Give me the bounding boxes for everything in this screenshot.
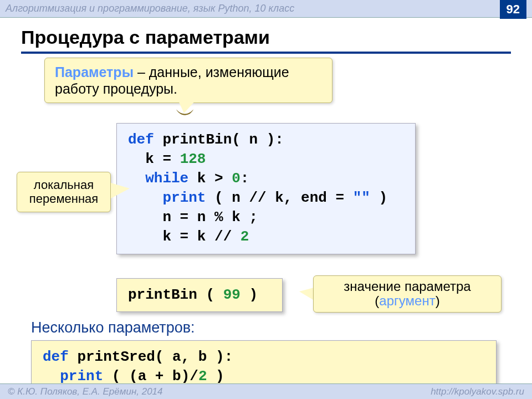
kw-def: def xyxy=(128,131,154,148)
callout-local-var: локальная переменная xyxy=(17,172,111,212)
callout-parameters: Параметры – данные, изменяющие работу пр… xyxy=(44,58,332,103)
code-text xyxy=(128,190,162,206)
slide-footer: © К.Ю. Поляков, Е.А. Ерёмин, 2014 http:/… xyxy=(0,383,532,399)
code-text: printBin ( xyxy=(128,287,223,303)
heading-underline xyxy=(21,52,511,54)
code-call: printBin ( 99 ) xyxy=(116,278,283,312)
code-text: ( (a + b)/ xyxy=(103,368,198,385)
code-text: ( n // k, end = xyxy=(206,190,352,206)
page-number: 92 xyxy=(500,0,526,19)
parameters-brace-icon: ︶ xyxy=(162,109,206,122)
sub-heading: Несколько параметров: xyxy=(31,319,195,336)
num-literal: 2 xyxy=(241,228,249,245)
footer-left: © К.Ю. Поляков, Е.А. Ерёмин, 2014 xyxy=(8,386,163,397)
code-text: k = k // xyxy=(128,228,241,245)
callout-local-var-tail xyxy=(111,183,130,198)
num-literal: 99 xyxy=(223,287,241,303)
kw-print: print xyxy=(162,190,206,206)
callout-argument-close: ) xyxy=(436,293,440,308)
kw-def: def xyxy=(43,349,69,365)
code-text: printBin( n ): xyxy=(154,131,284,148)
num-literal: 128 xyxy=(180,151,206,167)
code-text: ) xyxy=(207,368,224,385)
callout-argument-line1: значение параметра xyxy=(344,279,470,294)
code-text: printSred( a, b ): xyxy=(69,349,233,365)
code-text: ) xyxy=(241,287,258,303)
code-text xyxy=(43,368,60,385)
num-literal: 0 xyxy=(232,170,241,187)
callout-local-var-line2: переменная xyxy=(29,192,98,206)
slide-header: Алгоритмизация и программирование, язык … xyxy=(0,0,532,18)
page-heading: Процедура с параметрами xyxy=(21,27,270,48)
code-text: : xyxy=(241,170,249,187)
callout-argument-term: аргумент xyxy=(379,293,435,308)
callout-parameters-term: Параметры xyxy=(55,64,134,80)
kw-print: print xyxy=(60,368,103,385)
code-text: k > xyxy=(188,170,232,187)
code-text: ) xyxy=(370,190,387,206)
header-title: Алгоритмизация и программирование, язык … xyxy=(6,3,294,14)
str-literal: "" xyxy=(353,190,370,206)
num-literal: 2 xyxy=(198,368,207,385)
code-text: n = n % k ; xyxy=(128,209,258,226)
kw-while: while xyxy=(128,170,188,187)
callout-local-var-line1: локальная xyxy=(34,178,94,192)
footer-right: http://kpolyakov.spb.ru xyxy=(431,386,524,397)
code-text: k = xyxy=(128,151,180,167)
code-main: def printBin( n ): k = 128 while k > 0: … xyxy=(116,123,416,254)
callout-argument: значение параметра (аргумент) xyxy=(313,275,502,313)
